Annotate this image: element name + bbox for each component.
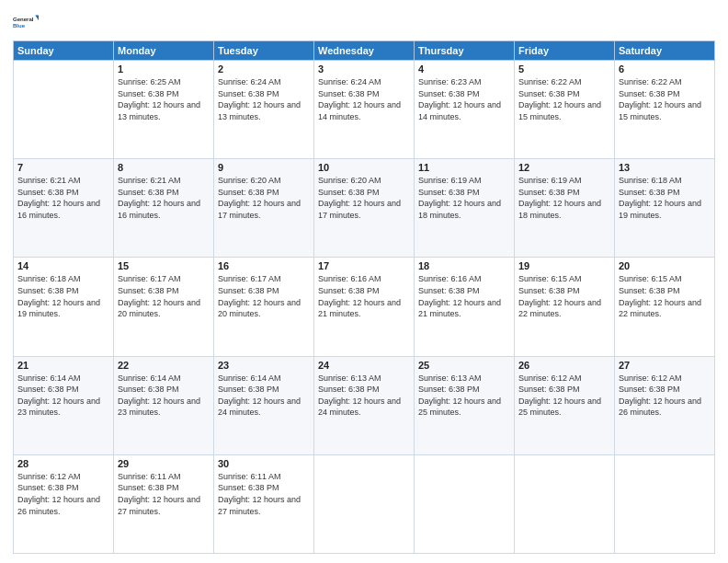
column-header-friday: Friday xyxy=(515,41,615,61)
day-number: 6 xyxy=(619,63,711,75)
calendar-cell: 19Sunrise: 6:15 AMSunset: 6:38 PMDayligh… xyxy=(515,258,615,356)
day-info: Sunrise: 6:13 AMSunset: 6:38 PMDaylight:… xyxy=(318,373,410,419)
week-row-1: 1Sunrise: 6:25 AMSunset: 6:38 PMDaylight… xyxy=(14,61,715,159)
day-number: 11 xyxy=(418,162,510,173)
calendar-cell xyxy=(314,454,415,553)
calendar-cell: 5Sunrise: 6:22 AMSunset: 6:38 PMDaylight… xyxy=(515,61,615,159)
column-header-tuesday: Tuesday xyxy=(214,41,314,61)
day-info: Sunrise: 6:14 AMSunset: 6:38 PMDaylight:… xyxy=(17,373,109,419)
calendar-table: SundayMondayTuesdayWednesdayThursdayFrid… xyxy=(13,40,715,554)
svg-text:Blue: Blue xyxy=(13,23,26,29)
day-info: Sunrise: 6:19 AMSunset: 6:38 PMDaylight:… xyxy=(518,175,610,221)
day-number: 5 xyxy=(518,63,610,75)
column-header-monday: Monday xyxy=(114,41,214,61)
logo-icon: General Blue xyxy=(13,9,39,35)
day-number: 23 xyxy=(218,360,310,371)
calendar-cell: 13Sunrise: 6:18 AMSunset: 6:38 PMDayligh… xyxy=(615,159,715,258)
day-info: Sunrise: 6:21 AMSunset: 6:38 PMDaylight:… xyxy=(17,175,109,221)
day-number: 15 xyxy=(118,260,210,271)
calendar-cell: 23Sunrise: 6:14 AMSunset: 6:38 PMDayligh… xyxy=(214,356,314,454)
day-info: Sunrise: 6:16 AMSunset: 6:38 PMDaylight:… xyxy=(318,273,410,319)
day-info: Sunrise: 6:22 AMSunset: 6:38 PMDaylight:… xyxy=(619,76,711,122)
day-info: Sunrise: 6:24 AMSunset: 6:38 PMDaylight:… xyxy=(218,76,310,122)
day-number: 12 xyxy=(518,162,610,173)
calendar-cell: 7Sunrise: 6:21 AMSunset: 6:38 PMDaylight… xyxy=(14,159,114,258)
day-info: Sunrise: 6:19 AMSunset: 6:38 PMDaylight:… xyxy=(418,175,510,221)
calendar-cell: 3Sunrise: 6:24 AMSunset: 6:38 PMDaylight… xyxy=(314,61,415,159)
day-info: Sunrise: 6:18 AMSunset: 6:38 PMDaylight:… xyxy=(17,273,109,319)
calendar-cell: 21Sunrise: 6:14 AMSunset: 6:38 PMDayligh… xyxy=(14,356,114,454)
calendar-cell: 30Sunrise: 6:11 AMSunset: 6:38 PMDayligh… xyxy=(214,454,314,553)
calendar-cell: 29Sunrise: 6:11 AMSunset: 6:38 PMDayligh… xyxy=(114,454,214,553)
day-number: 21 xyxy=(17,360,109,371)
page: General Blue SundayMondayTuesdayWednesda… xyxy=(0,0,728,563)
calendar-header-row: SundayMondayTuesdayWednesdayThursdayFrid… xyxy=(14,41,715,61)
day-number: 22 xyxy=(118,360,210,371)
column-header-thursday: Thursday xyxy=(415,41,515,61)
day-info: Sunrise: 6:15 AMSunset: 6:38 PMDaylight:… xyxy=(619,273,711,319)
day-info: Sunrise: 6:25 AMSunset: 6:38 PMDaylight:… xyxy=(118,76,210,122)
day-number: 2 xyxy=(218,63,310,75)
calendar-cell: 12Sunrise: 6:19 AMSunset: 6:38 PMDayligh… xyxy=(515,159,615,258)
day-number: 3 xyxy=(318,63,410,75)
week-row-4: 21Sunrise: 6:14 AMSunset: 6:38 PMDayligh… xyxy=(14,356,715,454)
week-row-5: 28Sunrise: 6:12 AMSunset: 6:38 PMDayligh… xyxy=(14,454,715,553)
day-info: Sunrise: 6:12 AMSunset: 6:38 PMDaylight:… xyxy=(17,471,109,517)
day-info: Sunrise: 6:13 AMSunset: 6:38 PMDaylight:… xyxy=(418,373,510,419)
day-info: Sunrise: 6:14 AMSunset: 6:38 PMDaylight:… xyxy=(218,373,310,419)
column-header-sunday: Sunday xyxy=(14,41,114,61)
day-info: Sunrise: 6:21 AMSunset: 6:38 PMDaylight:… xyxy=(118,175,210,221)
day-number: 7 xyxy=(17,162,109,173)
day-info: Sunrise: 6:20 AMSunset: 6:38 PMDaylight:… xyxy=(218,175,310,221)
calendar-cell: 4Sunrise: 6:23 AMSunset: 6:38 PMDaylight… xyxy=(415,61,515,159)
calendar-cell xyxy=(415,454,515,553)
day-number: 29 xyxy=(118,458,210,469)
day-number: 13 xyxy=(619,162,711,173)
calendar-cell: 10Sunrise: 6:20 AMSunset: 6:38 PMDayligh… xyxy=(314,159,415,258)
day-number: 17 xyxy=(318,260,410,271)
calendar-cell: 2Sunrise: 6:24 AMSunset: 6:38 PMDaylight… xyxy=(214,61,314,159)
day-info: Sunrise: 6:20 AMSunset: 6:38 PMDaylight:… xyxy=(318,175,410,221)
column-header-wednesday: Wednesday xyxy=(314,41,415,61)
calendar-cell: 27Sunrise: 6:12 AMSunset: 6:38 PMDayligh… xyxy=(615,356,715,454)
day-info: Sunrise: 6:12 AMSunset: 6:38 PMDaylight:… xyxy=(619,373,711,419)
calendar-cell: 15Sunrise: 6:17 AMSunset: 6:38 PMDayligh… xyxy=(114,258,214,356)
calendar-cell xyxy=(615,454,715,553)
day-number: 9 xyxy=(218,162,310,173)
calendar-cell: 1Sunrise: 6:25 AMSunset: 6:38 PMDaylight… xyxy=(114,61,214,159)
calendar-cell xyxy=(515,454,615,553)
day-info: Sunrise: 6:11 AMSunset: 6:38 PMDaylight:… xyxy=(218,471,310,517)
calendar-cell: 17Sunrise: 6:16 AMSunset: 6:38 PMDayligh… xyxy=(314,258,415,356)
day-info: Sunrise: 6:18 AMSunset: 6:38 PMDaylight:… xyxy=(619,175,711,221)
day-info: Sunrise: 6:22 AMSunset: 6:38 PMDaylight:… xyxy=(518,76,610,122)
day-info: Sunrise: 6:24 AMSunset: 6:38 PMDaylight:… xyxy=(318,76,410,122)
day-number: 10 xyxy=(318,162,410,173)
calendar-cell: 8Sunrise: 6:21 AMSunset: 6:38 PMDaylight… xyxy=(114,159,214,258)
calendar-cell: 20Sunrise: 6:15 AMSunset: 6:38 PMDayligh… xyxy=(615,258,715,356)
svg-text:General: General xyxy=(13,17,34,22)
day-number: 16 xyxy=(218,260,310,271)
day-number: 19 xyxy=(518,260,610,271)
day-info: Sunrise: 6:16 AMSunset: 6:38 PMDaylight:… xyxy=(418,273,510,319)
day-number: 27 xyxy=(619,360,711,371)
calendar-cell xyxy=(14,61,114,159)
calendar-cell: 28Sunrise: 6:12 AMSunset: 6:38 PMDayligh… xyxy=(14,454,114,553)
day-number: 30 xyxy=(218,458,310,469)
week-row-3: 14Sunrise: 6:18 AMSunset: 6:38 PMDayligh… xyxy=(14,258,715,356)
day-info: Sunrise: 6:23 AMSunset: 6:38 PMDaylight:… xyxy=(418,76,510,122)
calendar-cell: 14Sunrise: 6:18 AMSunset: 6:38 PMDayligh… xyxy=(14,258,114,356)
svg-marker-2 xyxy=(35,16,39,21)
calendar-cell: 26Sunrise: 6:12 AMSunset: 6:38 PMDayligh… xyxy=(515,356,615,454)
day-info: Sunrise: 6:15 AMSunset: 6:38 PMDaylight:… xyxy=(518,273,610,319)
week-row-2: 7Sunrise: 6:21 AMSunset: 6:38 PMDaylight… xyxy=(14,159,715,258)
calendar-cell: 18Sunrise: 6:16 AMSunset: 6:38 PMDayligh… xyxy=(415,258,515,356)
day-number: 24 xyxy=(318,360,410,371)
day-info: Sunrise: 6:17 AMSunset: 6:38 PMDaylight:… xyxy=(118,273,210,319)
day-number: 4 xyxy=(418,63,510,75)
day-info: Sunrise: 6:11 AMSunset: 6:38 PMDaylight:… xyxy=(118,471,210,517)
calendar-cell: 25Sunrise: 6:13 AMSunset: 6:38 PMDayligh… xyxy=(415,356,515,454)
day-number: 28 xyxy=(17,458,109,469)
column-header-saturday: Saturday xyxy=(615,41,715,61)
day-number: 1 xyxy=(118,63,210,75)
day-number: 18 xyxy=(418,260,510,271)
